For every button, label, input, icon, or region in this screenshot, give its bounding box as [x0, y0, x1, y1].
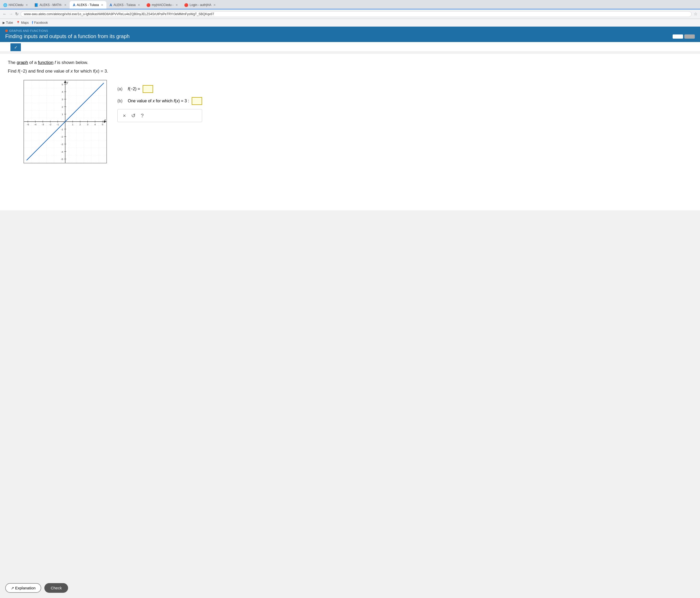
progress-pill-1	[673, 34, 683, 39]
collapse-area: ✓	[0, 42, 700, 51]
svg-text:-5: -5	[61, 158, 63, 161]
problem-line2: Find f(−2) and find one value of x for w…	[8, 68, 692, 75]
close-tab-login[interactable]: ✕	[213, 3, 216, 7]
svg-text:-2: -2	[49, 123, 51, 126]
bookmarks-bar: ▶ Tube 📍 Maps f Facebook	[0, 19, 700, 27]
svg-text:3: 3	[87, 123, 89, 126]
tab-myhacc[interactable]: 🔴 my|HACCledu - ✕	[143, 1, 181, 9]
function-link[interactable]: function	[38, 60, 53, 65]
aleks-header: GRAPHS AND FUNCTIONS Finding inputs and …	[0, 27, 700, 42]
svg-text:5: 5	[62, 83, 64, 86]
myhacc-icon: 🔴	[146, 3, 150, 7]
bookmark-maps[interactable]: 📍 Maps	[16, 21, 29, 25]
nav-forward-icon[interactable]: →	[9, 12, 13, 17]
graph-link[interactable]: graph	[17, 60, 28, 65]
bookmark-star-icon[interactable]: ☆	[694, 11, 697, 17]
graph-container: -1 -2 -3 -4 -5 1 2 3	[23, 80, 107, 163]
aleks-math-icon: 📘	[34, 3, 38, 7]
aleks-tulasa1-icon: A	[73, 3, 75, 7]
undo-button[interactable]: ↺	[131, 113, 135, 119]
address-bar: ← → ↻ www-awu.aleks.com/alekscgi/x/lsl.e…	[0, 9, 700, 19]
svg-text:-1: -1	[57, 123, 59, 126]
svg-text:-2: -2	[61, 136, 63, 138]
answer-box-b[interactable]	[192, 97, 202, 105]
tab-hacc[interactable]: 🌐 HACCledu ✕	[0, 1, 31, 9]
topic-dot	[5, 29, 8, 32]
tube-icon: ▶	[3, 21, 5, 25]
svg-text:-1: -1	[61, 128, 63, 131]
svg-text:4: 4	[94, 123, 96, 126]
nav-back-icon[interactable]: ←	[3, 12, 7, 17]
clear-button[interactable]: ×	[123, 113, 126, 119]
svg-text:-4: -4	[61, 150, 63, 153]
aleks-tulasa2-icon: A	[109, 3, 112, 7]
answer-row-b: (b) One value of x for which f(x) = 3 :	[117, 97, 202, 105]
answer-row-a: (a) f(−2) =	[117, 85, 202, 93]
tab-aleks-tulasa1[interactable]: A ALEKS - Tulasa ✕	[70, 1, 106, 9]
close-tab-aleks-math[interactable]: ✕	[64, 3, 67, 7]
bookmark-tube[interactable]: ▶ Tube	[3, 21, 13, 25]
part-b-expression: One value of x for which f(x) = 3 :	[128, 99, 189, 103]
tab-aleks-math[interactable]: 📘 ALEKS - MATH- ✕	[31, 1, 70, 9]
svg-text:-4: -4	[34, 123, 36, 126]
svg-text:2: 2	[62, 105, 63, 108]
svg-text:2: 2	[79, 123, 81, 126]
svg-text:5: 5	[102, 123, 103, 126]
main-content: The graph of a function f is shown below…	[0, 54, 700, 210]
tab-login[interactable]: 🔴 Login - auth|HA ✕	[181, 1, 219, 9]
close-tab-myhacc[interactable]: ✕	[176, 3, 178, 7]
answer-box-a[interactable]	[143, 85, 153, 93]
tab-aleks-tulasa2[interactable]: A ALEKS - Tulasa ✕	[106, 1, 143, 9]
action-buttons: × ↺ ?	[117, 109, 202, 122]
close-tab-hacc[interactable]: ✕	[26, 3, 28, 7]
svg-text:-3: -3	[42, 123, 44, 126]
svg-text:3: 3	[62, 98, 64, 101]
svg-text:1: 1	[62, 113, 63, 116]
progress-pills	[673, 34, 695, 39]
browser-tabs: 🌐 HACCledu ✕ 📘 ALEKS - MATH- ✕ A ALEKS -…	[0, 0, 700, 9]
bookmark-facebook[interactable]: f Facebook	[32, 21, 48, 25]
svg-text:-3: -3	[61, 143, 63, 146]
close-tab-aleks-tulasa2[interactable]: ✕	[138, 3, 140, 7]
progress-pill-2	[684, 34, 695, 39]
svg-text:4: 4	[62, 91, 64, 93]
chevron-down-icon: ✓	[14, 45, 18, 50]
question-title: Finding inputs and outputs of a function…	[5, 33, 130, 40]
svg-text:1: 1	[72, 123, 73, 126]
reload-icon[interactable]: ↻	[15, 11, 19, 17]
part-a-expression: f(−2) =	[128, 87, 140, 91]
login-icon: 🔴	[184, 3, 188, 7]
aleks-header-wrapper: GRAPHS AND FUNCTIONS Finding inputs and …	[0, 27, 700, 42]
help-button[interactable]: ?	[141, 113, 144, 119]
maps-icon: 📍	[16, 21, 20, 25]
hacc-icon: 🌐	[3, 3, 7, 7]
content-area: -1 -2 -3 -4 -5 1 2 3	[8, 80, 692, 163]
svg-text:y: y	[66, 81, 68, 84]
topic-label: GRAPHS AND FUNCTIONS	[5, 29, 695, 32]
url-input[interactable]: www-awu.aleks.com/alekscgi/x/lsl.exe/1o_…	[21, 11, 692, 17]
part-b-label: (b)	[117, 99, 125, 103]
function-graph: -1 -2 -3 -4 -5 1 2 3	[24, 80, 106, 163]
part-a-label: (a)	[117, 87, 125, 91]
problem-line1: The graph of a function f is shown below…	[8, 59, 692, 66]
facebook-icon: f	[32, 21, 33, 25]
close-tab-aleks-tulasa1[interactable]: ✕	[101, 3, 103, 7]
collapse-button[interactable]: ✓	[10, 43, 21, 51]
answer-panel: (a) f(−2) = (b) One value of x for which…	[117, 85, 202, 122]
svg-text:-5: -5	[27, 123, 29, 126]
